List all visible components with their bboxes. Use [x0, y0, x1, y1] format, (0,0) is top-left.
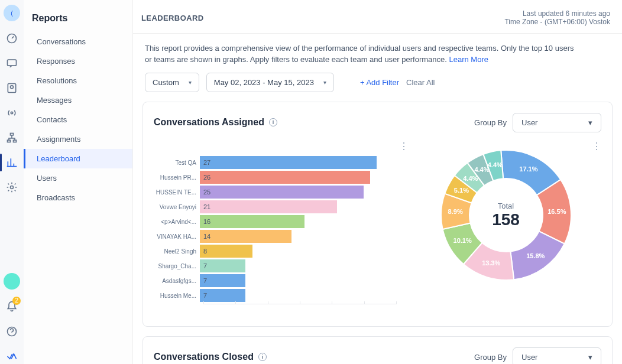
add-filter-button[interactable]: + Add Filter — [360, 78, 399, 87]
last-updated: Last updated 6 minutes ago — [504, 9, 610, 18]
reports-icon[interactable] — [4, 155, 20, 170]
sidebar-item-users[interactable]: Users — [24, 168, 132, 188]
date-range-select[interactable]: May 02, 2023 - May 15, 2023▾ — [206, 73, 334, 92]
donut-pct: 10.1% — [453, 237, 471, 244]
chevron-down-icon: ▾ — [588, 118, 592, 127]
card2-title: Conversations Closed — [154, 352, 254, 362]
chat-icon[interactable] — [4, 56, 20, 71]
sidebar-item-assignments[interactable]: Assignments — [24, 129, 132, 149]
donut-chart: 17.1%16.5%15.8%13.3%10.1%8.9%5.1%4.4%4.4… — [410, 138, 601, 292]
settings-icon[interactable] — [4, 180, 20, 195]
svg-rect-5 — [11, 134, 14, 135]
bar-label: Shargo_Cha... — [154, 263, 200, 269]
bar-fill: 21 — [200, 200, 337, 213]
contacts-icon[interactable] — [4, 80, 20, 96]
bar-label: HUSSEIN TE... — [154, 189, 200, 196]
bar-label: VINAYAK HA... — [154, 233, 200, 240]
bar-fill: 7 — [200, 259, 245, 272]
bar-fill: 27 — [200, 156, 377, 169]
bar-fill: 16 — [200, 215, 304, 228]
chevron-down-icon: ▾ — [189, 79, 192, 86]
group-by-select[interactable]: User▾ — [513, 347, 601, 364]
donut-pct: 8.9% — [448, 208, 462, 215]
svg-point-4 — [11, 112, 12, 113]
learn-more-link[interactable]: Learn More — [449, 55, 488, 64]
svg-rect-1 — [8, 60, 17, 66]
group-by-select[interactable]: User▾ — [513, 113, 601, 132]
bar-row: <p>Arvind<...16 — [154, 215, 396, 229]
bar-fill: 7 — [200, 289, 245, 302]
chevron-down-icon: ▾ — [588, 353, 592, 362]
sidebar-item-broadcasts[interactable]: Broadcasts — [24, 188, 132, 207]
notification-badge: 2 — [12, 297, 21, 305]
info-icon[interactable]: i — [269, 118, 277, 126]
bar-fill: 26 — [200, 171, 370, 184]
bar-row: HUSSEIN TE...25 — [154, 186, 396, 199]
donut-pct: 16.5% — [548, 207, 566, 214]
group-by-label: Group By — [474, 353, 507, 362]
svg-rect-6 — [8, 140, 11, 142]
bar-chart-menu-icon[interactable]: ⋮ — [399, 141, 409, 152]
donut-pct: 5.1% — [453, 187, 468, 194]
bar-row: Hussein PR...26 — [154, 171, 396, 184]
page-title: LEADERBOARD — [141, 14, 204, 22]
donut-pct: 17.1% — [519, 165, 537, 172]
bar-row: Shargo_Cha...7 — [154, 259, 396, 273]
help-icon[interactable] — [4, 324, 20, 339]
svg-rect-7 — [14, 140, 17, 142]
donut-pct: 4.4% — [487, 161, 502, 168]
sidebar-item-leaderboard[interactable]: Leaderboard — [24, 149, 132, 168]
bar-label: Vovwe Enyoyi — [154, 204, 200, 210]
range-mode-select[interactable]: Custom▾ — [145, 73, 199, 92]
donut-pct: 13.3% — [482, 259, 500, 266]
intro-text: This report provides a comprehensive vie… — [145, 44, 574, 64]
sidebar-item-conversations[interactable]: Conversations — [24, 32, 132, 51]
bar-label: Hussein Me... — [154, 292, 200, 299]
card1-title: Conversations Assigned — [154, 117, 264, 128]
svg-point-8 — [11, 186, 14, 189]
notifications-icon[interactable]: 2 — [4, 299, 20, 314]
dashboard-icon[interactable] — [4, 31, 20, 46]
bar-label: Test QA — [154, 160, 200, 166]
svg-point-3 — [11, 86, 14, 89]
sidebar-item-responses[interactable]: Responses — [24, 51, 132, 71]
broadcast-icon[interactable] — [4, 105, 20, 121]
workspace-avatar[interactable]: ( — [4, 5, 20, 21]
donut-pct: 15.8% — [526, 252, 545, 259]
bar-fill: 8 — [200, 245, 252, 258]
sidebar-item-resolutions[interactable]: Resolutions — [24, 71, 132, 90]
timezone: Time Zone - (GMT+06:00) Vostok — [504, 18, 610, 26]
bar-fill: 7 — [200, 274, 245, 287]
bar-row: Test QA27 — [154, 156, 396, 170]
bar-fill: 25 — [200, 186, 364, 199]
bar-row: Hussein Me...7 — [154, 289, 396, 303]
chevron-down-icon: ▾ — [323, 79, 326, 86]
bar-label: Hussein PR... — [154, 174, 200, 181]
bar-fill: 14 — [200, 230, 291, 243]
bar-row: Vovwe Enyoyi21 — [154, 200, 396, 214]
info-icon[interactable]: i — [258, 353, 267, 361]
workflow-icon[interactable] — [4, 130, 20, 145]
bar-row: VINAYAK HA...14 — [154, 230, 396, 243]
bar-row: Neel2 Singh8 — [154, 245, 396, 258]
clear-all-button[interactable]: Clear All — [406, 78, 435, 87]
sidebar-item-messages[interactable]: Messages — [24, 90, 132, 110]
bar-label: Asdasfgfgs... — [154, 278, 200, 284]
user-avatar[interactable] — [4, 273, 20, 290]
donut-pct: 4.4% — [463, 174, 478, 181]
bar-label: Neel2 Singh — [154, 248, 200, 255]
sidebar-title: Reports — [24, 13, 132, 32]
group-by-label: Group By — [474, 118, 507, 127]
bar-label: <p>Arvind<... — [154, 219, 200, 225]
bar-chart: Test QA27Hussein PR...26HUSSEIN TE...25V… — [154, 138, 396, 316]
brand-icon[interactable] — [4, 349, 20, 364]
sidebar-item-contacts[interactable]: Contacts — [24, 110, 132, 129]
bar-row: Asdasfgfgs...7 — [154, 274, 396, 288]
